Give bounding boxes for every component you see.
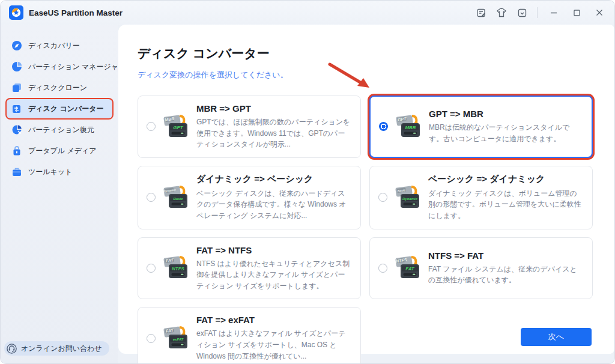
main-panel: ディスク コンバーター ディスク変換の操作を選択してください。 MBR GPT …: [118, 25, 614, 354]
disk-conversion-icon: MBR GPT: [162, 113, 190, 141]
radio-button[interactable]: [378, 193, 387, 202]
card-description: MBRは伝統的なパーティションスタイルです。古いコンピュータに適用できます。: [429, 122, 582, 144]
card-description: ダイナミック ディスクは、ボリューム管理の別の形態です。ボリューム管理を大いに柔…: [428, 188, 583, 222]
radio-button[interactable]: [147, 193, 156, 202]
titlebar: EaseUS Partition Master: [1, 1, 614, 25]
disk-conversion-icon: FAT NTFS: [162, 254, 190, 282]
card-title: NTFS => FAT: [428, 250, 583, 261]
svg-text:exFAT: exFAT: [173, 338, 184, 341]
disk-conversion-icon: GPT MBR: [394, 113, 423, 141]
card-title: ダイナミック => ベーシック: [196, 174, 351, 185]
radio-button[interactable]: [379, 122, 388, 131]
headset-icon: [6, 343, 17, 354]
svg-text:Basic: Basic: [173, 197, 183, 201]
sidebar-item-label: パーティション復元: [28, 125, 94, 135]
sidebar-item-6[interactable]: ツールキット: [7, 162, 112, 181]
card-title: FAT => exFAT: [196, 315, 351, 325]
sidebar-item-label: ディスク コンバーター: [28, 104, 104, 114]
pie-chart-icon: [11, 61, 22, 72]
sidebar-item-1[interactable]: パーティション マネージャー: [7, 57, 112, 76]
disk-conversion-icon: Dynamic Basic: [162, 184, 190, 211]
card-description: exFAT はより大きなファイル サイズとパーティション サイズをサポートし、M…: [196, 328, 351, 362]
maximize-button[interactable]: [570, 6, 583, 19]
disk-conversion-icon: NTFS FAT: [393, 254, 422, 282]
sidebar-item-5[interactable]: ブータブル メディア: [7, 141, 112, 160]
sidebar-item-2[interactable]: ディスククローン: [7, 78, 112, 97]
disk-conversion-icon: FAT exFAT: [162, 324, 190, 352]
sidebar-item-label: ディスカバリー: [28, 41, 80, 51]
dropdown-box-icon[interactable]: [517, 7, 527, 18]
close-button[interactable]: [593, 6, 606, 19]
card-title: MBR => GPT: [196, 103, 351, 114]
online-support-button[interactable]: オンラインお問い合わせ: [4, 341, 109, 356]
shirt-theme-icon[interactable]: [496, 7, 507, 18]
sidebar: ディスカバリー パーティション マネージャー ディスククローン ディスク コンバ…: [1, 25, 118, 363]
conversion-option-card-2[interactable]: Dynamic Basic ダイナミック => ベーシック ベーシック ディスク…: [138, 166, 361, 229]
conversion-option-card-1[interactable]: GPT MBR GPT => MBR MBRは伝統的なパーティションスタイルです…: [369, 96, 593, 158]
sidebar-item-label: ツールキット: [28, 167, 72, 177]
card-title: ベーシック => ダイナミック: [428, 174, 583, 185]
titlebar-separator: [537, 7, 538, 18]
sidebar-item-3[interactable]: ディスク コンバーター: [7, 99, 112, 118]
recovery-icon: [11, 124, 22, 135]
converter-icon: [11, 103, 22, 114]
sidebar-item-label: ブータブル メディア: [28, 146, 97, 156]
page-subtitle: ディスク変換の操作を選択してください。: [138, 70, 592, 80]
sidebar-item-label: パーティション マネージャー: [28, 62, 126, 72]
radio-button[interactable]: [378, 264, 387, 273]
conversion-option-card-3[interactable]: Basic Dynamic ベーシック => ダイナミック ダイナミック ディス…: [369, 166, 593, 229]
card-description: GPTでは、ほぼ無制限の数のパーティションを使用できます。Windows 11で…: [196, 117, 351, 150]
sidebar-item-4[interactable]: パーティション復元: [7, 120, 112, 139]
note-edit-icon[interactable]: [476, 7, 486, 18]
card-title: FAT => NTFS: [196, 245, 351, 255]
window-title: EaseUS Partition Master: [29, 8, 123, 17]
card-description: FAT ファイル システムは、従来のデバイスとの互換性が優れています。: [428, 264, 583, 286]
toolkit-icon: [11, 166, 22, 177]
conversion-option-card-6[interactable]: FAT exFAT FAT => exFAT exFAT はより大きなファイル …: [138, 307, 361, 364]
sidebar-item-0[interactable]: ディスカバリー: [7, 36, 112, 55]
svg-text:FAT: FAT: [405, 266, 415, 271]
conversion-option-card-5[interactable]: NTFS FAT NTFS => FAT FAT ファイル システムは、従来のデ…: [369, 237, 593, 300]
card-description: NTFS はより優れたセキュリティとアクセス制御を提供しより大きなファイル サイ…: [196, 258, 351, 292]
minimize-button[interactable]: [547, 6, 560, 19]
next-button[interactable]: 次へ: [521, 328, 592, 346]
radio-button[interactable]: [147, 122, 156, 131]
compass-discovery-icon: [11, 40, 22, 51]
radio-button[interactable]: [147, 334, 156, 343]
conversion-options-grid: MBR GPT MBR => GPT GPTでは、ほぼ無制限の数のパーティション…: [138, 96, 592, 364]
card-description: ベーシック ディスクは、従来のハードディスクのデータ保存構成です。様々な Win…: [196, 188, 351, 222]
svg-text:GPT: GPT: [173, 125, 184, 130]
conversion-option-card-0[interactable]: MBR GPT MBR => GPT GPTでは、ほぼ無制限の数のパーティション…: [138, 96, 361, 158]
disk-conversion-icon: Basic Dynamic: [393, 184, 422, 211]
clone-icon: [11, 82, 22, 93]
radio-button[interactable]: [147, 264, 156, 273]
page-title: ディスク コンバーター: [138, 45, 592, 62]
card-title: GPT => MBR: [429, 109, 582, 119]
sidebar-item-label: ディスククローン: [28, 83, 87, 93]
online-support-label: オンラインお問い合わせ: [21, 344, 102, 354]
app-window: EaseUS Partition Master: [0, 0, 615, 364]
conversion-option-card-4[interactable]: FAT NTFS FAT => NTFS NTFS はより優れたセキュリティとア…: [138, 237, 361, 300]
bootable-media-icon: [11, 145, 22, 156]
svg-text:MBR: MBR: [405, 125, 416, 130]
app-logo-icon: [9, 5, 23, 20]
svg-text:NTFS: NTFS: [172, 266, 185, 271]
svg-text:Dynamic: Dynamic: [402, 197, 418, 201]
